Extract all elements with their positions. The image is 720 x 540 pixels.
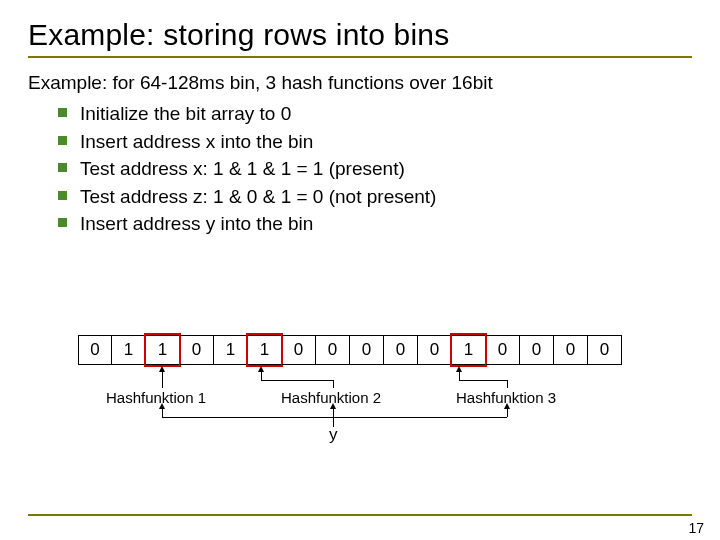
bit-cell: 0: [316, 335, 350, 365]
bit-cell: 0: [78, 335, 112, 365]
bit-value: 1: [158, 340, 167, 360]
bitarray: 0 1 1 0 1 1 0 0 0 0 0 1 0 0 0 0: [78, 335, 638, 365]
arrowhead-up-icon: [456, 366, 462, 372]
bit-cell: 0: [384, 335, 418, 365]
bit-cell: 1: [248, 335, 282, 365]
bullet-item: Test address x: 1 & 1 & 1 = 1 (present): [58, 155, 692, 183]
bit-value: 0: [328, 340, 337, 360]
arrowhead-up-icon: [159, 366, 165, 372]
bit-cell: 0: [588, 335, 622, 365]
bit-cell: 1: [452, 335, 486, 365]
connector-line: [261, 380, 333, 381]
bit-value: 1: [260, 340, 269, 360]
bit-cell: 0: [486, 335, 520, 365]
arrowhead-up-icon: [258, 366, 264, 372]
bit-cell: 0: [554, 335, 588, 365]
connector-vertical: [162, 407, 163, 417]
arrow-up: [162, 370, 163, 388]
arrow-up: [459, 370, 460, 380]
bullet-item: Insert address x into the bin: [58, 128, 692, 156]
bullet-item: Insert address y into the bin: [58, 210, 692, 238]
footer-rule: [28, 514, 692, 516]
bit-cell: 0: [180, 335, 214, 365]
bit-value: 0: [566, 340, 575, 360]
connector-vertical: [333, 380, 334, 388]
bit-value: 0: [498, 340, 507, 360]
bit-value: 0: [192, 340, 201, 360]
lead-line: Example: for 64-128ms bin, 3 hash functi…: [28, 72, 692, 94]
bit-value: 1: [464, 340, 473, 360]
bit-value: 1: [124, 340, 133, 360]
bullet-list: Initialize the bit array to 0 Insert add…: [58, 100, 692, 238]
connector-vertical: [507, 407, 508, 417]
connector-vertical: [507, 380, 508, 388]
bit-value: 0: [294, 340, 303, 360]
page-number: 17: [688, 520, 704, 536]
connector-line: [162, 417, 507, 418]
bit-cell: 0: [282, 335, 316, 365]
bit-cell: 1: [112, 335, 146, 365]
bit-value: 1: [226, 340, 235, 360]
bit-value: 0: [362, 340, 371, 360]
bit-cell: 0: [520, 335, 554, 365]
arrow-up: [261, 370, 262, 380]
bit-value: 0: [396, 340, 405, 360]
title-rule: [28, 56, 692, 58]
bit-cell: 1: [214, 335, 248, 365]
connector-line: [459, 380, 507, 381]
page-title: Example: storing rows into bins: [28, 18, 692, 52]
bit-value: 0: [600, 340, 609, 360]
bullet-item: Test address z: 1 & 0 & 1 = 0 (not prese…: [58, 183, 692, 211]
arrowhead-up-icon: [504, 403, 510, 409]
arrowhead-up-icon: [159, 403, 165, 409]
bitarray-figure: 0 1 1 0 1 1 0 0 0 0 0 1 0 0 0 0 Hashfunk…: [78, 335, 638, 445]
hashfn-label-1: Hashfunktion 1: [106, 389, 206, 406]
bit-cell: 1: [146, 335, 180, 365]
connector-vertical: [333, 407, 334, 417]
annotation-row: Hashfunktion 1 Hashfunktion 2 Hashfunkti…: [78, 365, 638, 445]
bit-cell: 0: [418, 335, 452, 365]
bit-value: 0: [532, 340, 541, 360]
bit-cell: 0: [350, 335, 384, 365]
bit-value: 0: [90, 340, 99, 360]
slide: Example: storing rows into bins Example:…: [0, 0, 720, 540]
bit-value: 0: [430, 340, 439, 360]
y-label: y: [329, 425, 338, 445]
arrowhead-up-icon: [330, 403, 336, 409]
bullet-item: Initialize the bit array to 0: [58, 100, 692, 128]
